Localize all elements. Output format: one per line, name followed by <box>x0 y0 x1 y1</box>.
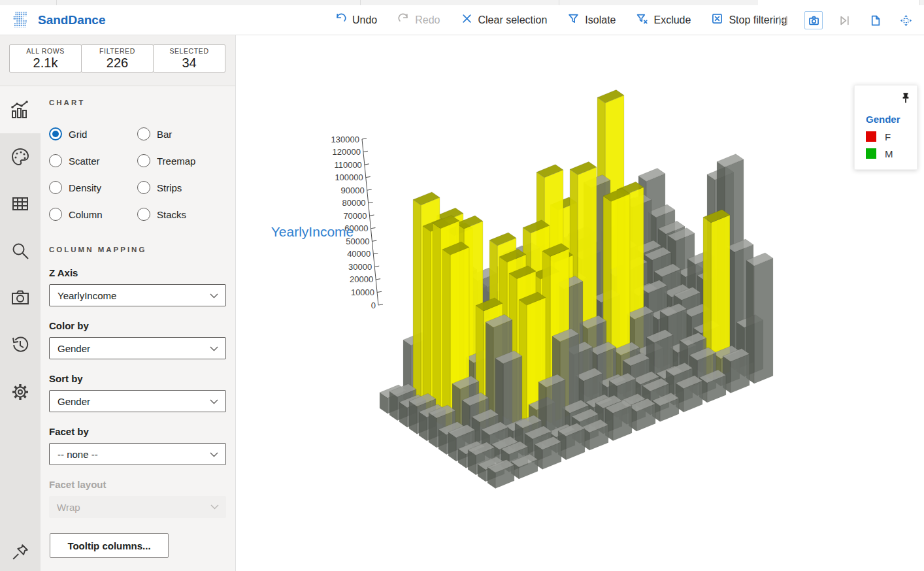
toolbar-buttons: UndoRedoClear selectionIsolateExcludeSto… <box>327 9 795 31</box>
facet-by-label: Facet by <box>49 426 226 437</box>
section-title-column-mapping: COLUMN MAPPING <box>49 246 226 253</box>
isolate-button[interactable]: Isolate <box>559 9 624 31</box>
toolbar-icon-buttons <box>774 5 915 35</box>
color-by-dropdown[interactable]: Gender <box>49 337 226 359</box>
app-toolbar: SandDance UndoRedoClear selectionIsolate… <box>0 5 924 35</box>
field-color-by: Color byGender <box>49 320 226 359</box>
camera-snapshot-button[interactable] <box>804 11 823 29</box>
legend-item-f[interactable]: F <box>866 128 893 145</box>
radio-unselected-icon <box>49 181 62 194</box>
stop-filtering-icon <box>712 13 723 27</box>
next-snapshot-button <box>835 11 853 29</box>
exclude-button[interactable]: Exclude <box>628 9 699 31</box>
radio-unselected-icon <box>137 208 150 221</box>
legend-swatch <box>866 131 876 142</box>
radio-unselected-icon <box>49 208 62 221</box>
radio-unselected-icon <box>137 181 150 194</box>
color-by-label: Color by <box>49 320 226 331</box>
z-axis-tick-label: 20000 <box>350 274 373 284</box>
camera-icon <box>10 287 31 308</box>
chart-type-density[interactable]: Density <box>49 180 137 195</box>
app-title: SandDance <box>38 13 105 27</box>
brand: SandDance <box>12 11 227 29</box>
sidebar-item-data-table[interactable] <box>0 180 41 227</box>
z-axis-title: YearlyIncome <box>271 224 354 239</box>
section-title-chart: CHART <box>49 99 226 106</box>
z-axis-tick-label: 110000 <box>334 160 361 170</box>
sidebar-item-color[interactable] <box>0 133 41 180</box>
z-axis-tick-label: 0 <box>371 301 376 310</box>
undo-button[interactable]: Undo <box>327 9 386 31</box>
sort-by-dropdown[interactable]: Gender <box>49 390 226 412</box>
legend-items: FM <box>866 128 893 162</box>
z-axis-tick-label: 100000 <box>335 172 363 182</box>
z-axis-label: Z Axis <box>49 267 226 278</box>
gear-icon <box>10 382 31 402</box>
field-facet-by: Facet by-- none -- <box>49 426 226 465</box>
fit-view-button[interactable] <box>897 11 915 29</box>
stat-all-rows: ALL ROWS2.1k <box>9 44 82 73</box>
pin-panel-button[interactable] <box>0 542 41 562</box>
color-legend: Gender FM <box>854 85 917 170</box>
palette-icon <box>10 146 31 167</box>
field-z-axis: Z AxisYearlyIncome <box>49 267 226 306</box>
z-axis-tick-label: 70000 <box>343 211 367 221</box>
sidebar-item-chart[interactable] <box>0 86 41 133</box>
chart-type-grid[interactable]: Grid <box>49 126 137 142</box>
chart-type-column[interactable]: Column <box>49 206 137 222</box>
redo-button: Redo <box>389 9 448 31</box>
z-axis-tick-label: 80000 <box>342 198 365 208</box>
radio-unselected-icon <box>137 127 150 140</box>
sidebar: CHART GridBarScatterTreemapDensityStrips… <box>0 86 235 571</box>
chart-icon <box>10 99 31 120</box>
new-page-button[interactable] <box>866 11 884 29</box>
window-tab-strip <box>0 0 924 5</box>
legend-swatch <box>866 148 876 159</box>
field-facet-layout: Facet layoutWrap <box>49 479 226 518</box>
z-axis-dropdown[interactable]: YearlyIncome <box>49 284 226 306</box>
clear-selection-button[interactable]: Clear selection <box>453 9 556 31</box>
table-icon <box>10 193 31 214</box>
sanddance-logo-icon <box>12 11 29 29</box>
clear-selection-icon <box>461 13 472 27</box>
sidebar-icon-strip <box>0 86 41 571</box>
radio-selected-icon <box>49 127 62 140</box>
chart-type-group: GridBarScatterTreemapDensityStripsColumn… <box>49 126 226 222</box>
history-icon <box>10 334 31 355</box>
previous-snapshot-button <box>774 11 792 29</box>
sidebar-item-settings[interactable] <box>0 368 41 416</box>
legend-pin-icon[interactable] <box>901 92 910 107</box>
field-sort-by: Sort byGender <box>49 373 226 412</box>
sidebar-item-search[interactable] <box>0 227 41 274</box>
stat-selected: SELECTED34 <box>153 44 225 73</box>
search-icon <box>10 240 31 261</box>
legend-item-m[interactable]: M <box>866 145 893 162</box>
radio-unselected-icon <box>137 154 150 167</box>
isolate-icon <box>568 13 579 27</box>
chart-settings-panel: CHART GridBarScatterTreemapDensityStrips… <box>41 86 235 571</box>
z-axis-tick-label: 30000 <box>348 262 372 272</box>
stat-filtered: FILTERED226 <box>81 44 154 73</box>
chart-type-treemap[interactable]: Treemap <box>137 153 226 169</box>
chart-canvas-area[interactable]: 0100002000030000400005000060000700008000… <box>235 35 924 571</box>
z-axis-tick-label: 40000 <box>347 249 371 259</box>
redo-icon <box>398 13 409 27</box>
radio-unselected-icon <box>49 154 62 167</box>
chart-type-scatter[interactable]: Scatter <box>49 153 137 169</box>
exclude-icon <box>636 13 648 27</box>
sidebar-item-history[interactable] <box>0 321 41 368</box>
3d-grid-chart[interactable]: 0100002000030000400005000060000700008000… <box>236 35 924 571</box>
facet-by-dropdown[interactable]: -- none -- <box>49 443 226 465</box>
chart-type-strips[interactable]: Strips <box>137 180 226 195</box>
z-axis-tick-label: 120000 <box>333 147 361 157</box>
sidebar-item-snapshots[interactable] <box>0 274 41 321</box>
stats-section: ALL ROWS2.1kFILTERED226SELECTED34 <box>0 35 235 86</box>
pin-icon <box>10 542 30 562</box>
tooltip-columns-button[interactable]: Tooltip columns... <box>50 533 169 558</box>
legend-title: Gender <box>866 114 900 125</box>
chart-type-bar[interactable]: Bar <box>137 126 226 142</box>
sort-by-label: Sort by <box>49 373 226 384</box>
chart-type-stacks[interactable]: Stacks <box>137 206 226 222</box>
z-axis-tick-label: 130000 <box>331 135 359 144</box>
z-axis-tick-label: 90000 <box>341 186 365 195</box>
